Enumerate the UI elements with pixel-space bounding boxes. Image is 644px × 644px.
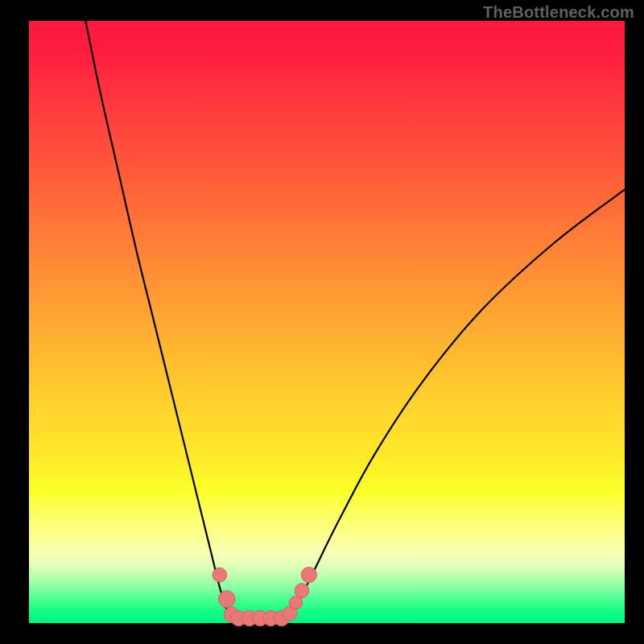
trough-marker	[213, 568, 227, 582]
curve-curve-left	[85, 21, 233, 618]
trough-marker	[301, 568, 316, 583]
curve-curve-right	[287, 189, 625, 618]
chart-frame: TheBottleneck.com	[0, 0, 644, 644]
marker-group	[213, 568, 317, 626]
trough-marker	[289, 596, 302, 609]
trough-marker	[218, 591, 235, 608]
curve-group	[85, 21, 625, 618]
trough-marker	[295, 584, 309, 598]
chart-overlay	[29, 21, 625, 623]
watermark-label: TheBottleneck.com	[483, 3, 634, 22]
